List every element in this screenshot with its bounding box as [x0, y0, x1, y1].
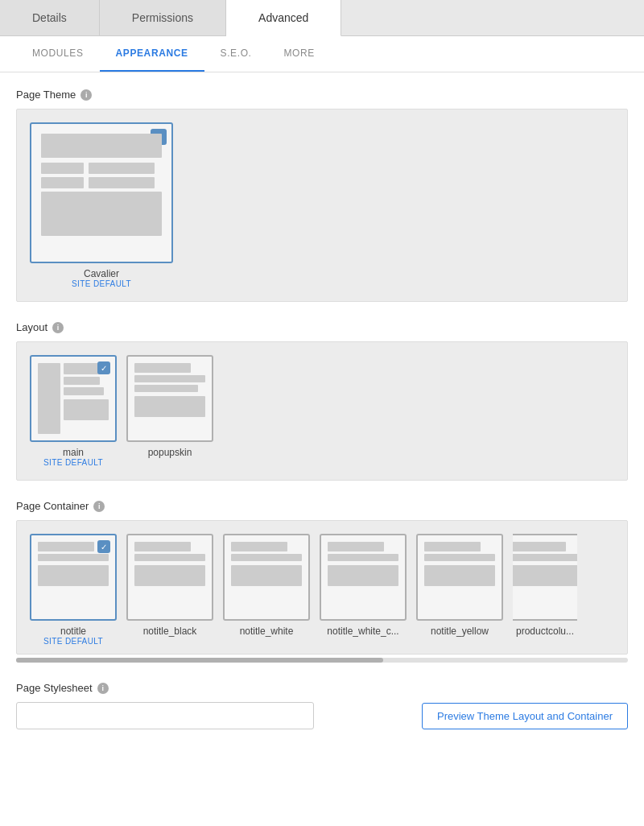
sub-tabs-bar: MODULES APPEARANCE S.E.O. MORE — [0, 36, 644, 72]
container-notitle-white-frame — [223, 534, 310, 621]
subtab-modules[interactable]: MODULES — [16, 36, 100, 72]
theme-cavalier-name: Cavalier — [84, 268, 119, 279]
container-notitle-yellow-name: notitle_yellow — [431, 626, 489, 637]
layout-popupskin-frame — [126, 355, 213, 442]
container-productcolu-card[interactable]: productcolu... — [513, 534, 577, 646]
container-scrollbar[interactable] — [16, 658, 628, 663]
container-notitle-whitec-card[interactable]: notitle_white_c... — [320, 534, 407, 646]
theme-cavalier-sublabel: SITE DEFAULT — [72, 279, 131, 288]
page-container-info-icon[interactable]: i — [93, 501, 105, 512]
container-scroll-thumb — [16, 658, 383, 663]
layout-popupskin-card[interactable]: popupskin — [126, 355, 213, 467]
subtab-seo[interactable]: S.E.O. — [204, 36, 268, 72]
tab-advanced[interactable]: Advanced — [226, 0, 341, 36]
subtab-more[interactable]: MORE — [268, 36, 331, 72]
layout-main-frame: ✓ — [30, 355, 117, 442]
layout-items: ✓ main SITE DEFAULT — [16, 341, 628, 481]
theme-cavalier-card[interactable]: ✓ Cavalier SITE — [30, 122, 173, 288]
subtab-appearance[interactable]: APPEARANCE — [100, 36, 204, 72]
container-notitle-yellow-frame — [416, 534, 503, 621]
layout-section: Layout i ✓ ma — [16, 321, 628, 481]
tab-permissions[interactable]: Permissions — [100, 0, 226, 35]
container-notitle-black-card[interactable]: notitle_black — [126, 534, 213, 646]
page-container-section: Page Container i ✓ notitle SITE DEFAULT — [16, 500, 628, 663]
container-productcolu-name: productcolu... — [516, 626, 574, 637]
container-notitle-frame: ✓ — [30, 534, 117, 621]
container-notitle-whitec-name: notitle_white_c... — [327, 626, 398, 637]
layout-info-icon[interactable]: i — [52, 322, 64, 333]
stylesheet-row: Preview Theme Layout and Container — [16, 702, 628, 729]
container-productcolu-frame — [513, 534, 577, 621]
container-notitle-white-name: notitle_white — [240, 626, 294, 637]
page-stylesheet-section: Page Stylesheet i Preview Theme Layout a… — [16, 682, 628, 729]
theme-cavalier-preview — [41, 134, 162, 252]
layout-label: Layout i — [16, 321, 628, 333]
container-notitle-card[interactable]: ✓ notitle SITE DEFAULT — [30, 534, 117, 646]
tab-details[interactable]: Details — [0, 0, 100, 35]
container-notitle-yellow-card[interactable]: notitle_yellow — [416, 534, 503, 646]
preview-theme-button[interactable]: Preview Theme Layout and Container — [422, 703, 628, 729]
page-stylesheet-info-icon[interactable]: i — [97, 683, 109, 694]
stylesheet-input[interactable] — [16, 702, 314, 729]
layout-main-card[interactable]: ✓ main SITE DEFAULT — [30, 355, 117, 467]
page-theme-label: Page Theme i — [16, 89, 628, 101]
container-notitle-black-frame — [126, 534, 213, 621]
layout-main-sublabel: SITE DEFAULT — [43, 458, 103, 467]
layout-main-name: main — [63, 447, 84, 458]
page-container-items: ✓ notitle SITE DEFAULT — [16, 520, 628, 655]
container-notitle-black-name: notitle_black — [143, 626, 197, 637]
container-notitle-white-card[interactable]: notitle_white — [223, 534, 310, 646]
container-notitle-whitec-frame — [320, 534, 407, 621]
page-stylesheet-label: Page Stylesheet i — [16, 682, 628, 694]
container-notitle-check: ✓ — [97, 540, 110, 553]
page-theme-section: Page Theme i ✓ — [16, 89, 628, 302]
layout-main-check: ✓ — [97, 361, 110, 374]
theme-cavalier-frame: ✓ — [30, 122, 173, 263]
container-notitle-name: notitle — [60, 626, 86, 637]
container-notitle-sublabel: SITE DEFAULT — [43, 637, 103, 646]
layout-popupskin-name: popupskin — [148, 447, 192, 458]
page-theme-info-icon[interactable]: i — [80, 89, 92, 101]
top-tabs-bar: Details Permissions Advanced — [0, 0, 644, 36]
page-container-label: Page Container i — [16, 500, 628, 512]
main-content: Page Theme i ✓ — [0, 72, 644, 765]
page-theme-items: ✓ Cavalier SITE — [16, 109, 628, 302]
